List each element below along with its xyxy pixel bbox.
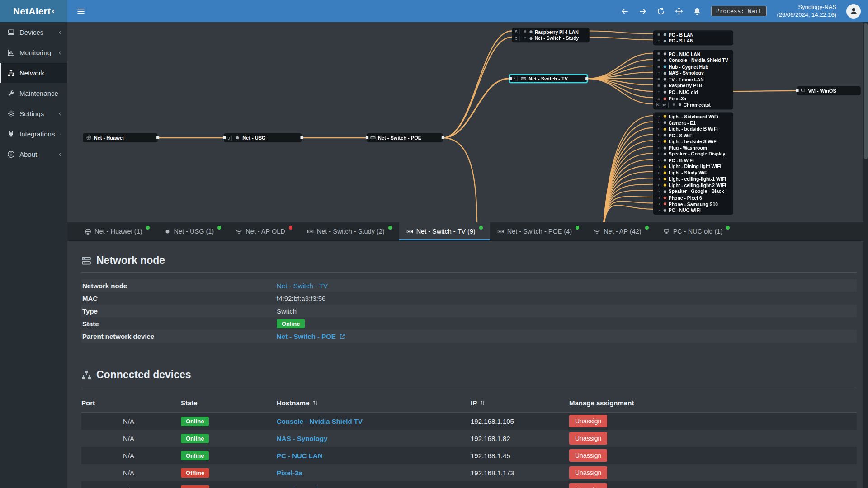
diagram-device-pixel-3a[interactable]: ≡Pixel-3a — [653, 95, 734, 102]
diagram-device-hub-cygnet-hub[interactable]: ≡Hub - Cygnet Hub — [653, 64, 734, 70]
diagram-node-net-switch-tv[interactable]: 4Net - Switch - TV — [509, 74, 588, 83]
diagram-node-net-usg[interactable]: 3Net - USG — [224, 133, 302, 142]
tab-net-switch-tv-9[interactable]: Net - Switch - TV (9) — [399, 222, 490, 240]
diagram-device-plug-washroom[interactable]: ≈Plug - Washroom — [653, 145, 734, 151]
diagram-node-net-huawei[interactable]: Net - Huawei — [83, 133, 157, 142]
hostname-link[interactable]: Raspberry Pi B — [277, 486, 326, 488]
detail-label: MAC — [81, 295, 277, 302]
tab-net-usg-1[interactable]: Net - USG (1) — [157, 222, 229, 240]
diagram-device-pc-b-wifi[interactable]: ≈PC - B WiFi — [653, 157, 734, 164]
sidebar-item-monitoring[interactable]: Monitoring — [0, 42, 67, 63]
network-node-link[interactable]: Net - Switch - TV — [277, 282, 328, 290]
lan-icon: ≡ — [656, 96, 661, 101]
vertical-scrollbar[interactable] — [863, 22, 868, 488]
wifi-icon: ≈ — [656, 158, 661, 163]
state-cell: Online — [181, 451, 277, 460]
diagram-device-light-dining-light-wifi[interactable]: ≈Light - Dining light WiFi — [653, 164, 734, 170]
sidebar-item-label: Integrations — [19, 130, 55, 138]
diagram-device-light-bedside-b-wifi[interactable]: ≈Light - bedside B WiFi — [653, 126, 734, 132]
tab-pc-nuc-old-1[interactable]: PC - NUC old (1) — [656, 222, 737, 240]
menu-toggle-button[interactable] — [76, 7, 85, 16]
scrollbar-thumb[interactable] — [864, 23, 868, 159]
diagram-device-light-sideboard-wifi[interactable]: ≈Light - Sideboard WiFi — [653, 113, 734, 120]
hostname-link[interactable]: Console - Nvidia Shield TV — [277, 418, 363, 425]
connector-dot — [365, 136, 368, 139]
bulb-icon — [664, 128, 666, 131]
diagram-node-vm-winos[interactable]: VM - WinOS — [797, 86, 861, 95]
diagram-device-tv-frame-lan[interactable]: ≡TV - Frame LAN — [653, 76, 734, 83]
device-label: NAS - Synology — [669, 70, 704, 76]
node-tabs: Net - Huawei (1)Net - USG (1)Net - AP OL… — [67, 222, 868, 241]
sidebar-item-network[interactable]: Network — [0, 63, 67, 83]
diagram-device-speaker-google-black[interactable]: ≈Speaker - Google - Black — [653, 188, 734, 195]
parent-device-link[interactable]: Net - Switch - POE — [277, 333, 336, 340]
sidebar-item-about[interactable]: About — [0, 144, 67, 164]
sidebar-item-integrations[interactable]: Integrations — [0, 124, 67, 144]
diagram-device-phone-samsung-s10[interactable]: ≈Phone - Samsung S10 — [653, 201, 734, 207]
unassign-button[interactable]: Unassign — [569, 483, 607, 488]
diagram-device-pc-s-lan[interactable]: ≡PC - S LAN — [653, 38, 734, 44]
diagram-device-light-ceiling-light-2-wifi[interactable]: ≈Light - ceiling-light-2 WiFi — [653, 182, 734, 188]
sidebar-item-maintenance[interactable]: Maintenance — [0, 83, 67, 103]
server-icon — [81, 256, 91, 266]
port-count: 5 — [515, 29, 520, 34]
diagram-device-chromecast[interactable]: None≡Chromecast — [653, 102, 734, 108]
bell-icon[interactable] — [693, 7, 701, 15]
tab-net-huawei-1[interactable]: Net - Huawei (1) — [77, 222, 157, 240]
plug-icon — [664, 146, 666, 149]
hostname-link[interactable]: Pixel-3a — [277, 469, 302, 477]
unassign-button[interactable]: Unassign — [569, 449, 607, 462]
move-icon[interactable] — [675, 7, 683, 15]
ip-cell: 192.168.1.19 — [471, 486, 569, 488]
sort-icon[interactable] — [312, 400, 318, 406]
sidebar-item-settings[interactable]: Settings — [0, 103, 67, 124]
diagram-device-console-nvidia-shield-tv[interactable]: ≡Console - Nvidia Shield TV — [653, 57, 734, 64]
port-cell: N/A — [81, 418, 181, 425]
avatar[interactable] — [846, 4, 861, 19]
refresh-icon[interactable] — [657, 7, 665, 15]
diagram-device-light-ceiling-light-1-wifi[interactable]: ≈Light - ceiling-light-1 WiFi — [653, 176, 734, 182]
host-name: Synology-NAS — [777, 4, 836, 11]
tab-label: PC - NUC old (1) — [673, 228, 723, 235]
monitor-icon — [664, 40, 666, 42]
state-cell: Offline — [181, 468, 277, 478]
diagram-device-pc-nuc-wifi[interactable]: ≈PC - NUC WiFi — [653, 207, 734, 214]
hub-icon — [664, 66, 666, 68]
tab-net-switch-poe-4[interactable]: Net - Switch - POE (4) — [490, 222, 586, 240]
diagram-device-pc-b-lan[interactable]: ≡PC - B LAN — [653, 32, 734, 38]
diagram-device-net-switch-study[interactable]: 3≡Net - Switch - Study — [512, 35, 589, 42]
hostname-link[interactable]: NAS - Synology — [277, 435, 328, 442]
unassign-button[interactable]: Unassign — [569, 415, 607, 427]
detail-label: Type — [81, 307, 277, 315]
sidebar-item-devices[interactable]: Devices — [0, 22, 67, 42]
topology-edge — [590, 37, 653, 40]
tab-net-ap-42[interactable]: Net - AP (42) — [586, 222, 656, 240]
diagram-device-pc-s-wifi[interactable]: ≈PC - S WiFi — [653, 132, 734, 139]
diagram-device-raspberry-pi-4-lan[interactable]: 5≡Raspberry Pi 4 LAN — [512, 29, 589, 35]
unassign-button[interactable]: Unassign — [569, 466, 607, 479]
diagram-device-pc-nuc-lan[interactable]: ≡PC - NUC LAN — [653, 51, 734, 57]
unassign-button[interactable]: Unassign — [569, 432, 607, 445]
sort-icon[interactable] — [480, 400, 486, 406]
diagram-device-nas-synology[interactable]: ≡NAS - Synology — [653, 70, 734, 76]
bulb-icon — [664, 171, 666, 174]
laptop-icon — [7, 28, 15, 36]
back-arrow-icon[interactable] — [621, 7, 629, 15]
diagram-device-raspberry-pi-b[interactable]: ≡Raspberry Pi B — [653, 83, 734, 89]
diagram-group: ≈Light - Sideboard WiFi≈Camera - E1≈Ligh… — [653, 113, 734, 215]
chevron-left-icon — [57, 111, 63, 117]
forward-arrow-icon[interactable] — [639, 7, 647, 15]
diagram-node-net-switch-poe[interactable]: Net - Switch - POE — [367, 133, 443, 142]
tab-net-ap-old[interactable]: Net - AP OLD — [228, 222, 300, 240]
diagram-device-camera-e1[interactable]: ≈Camera - E1 — [653, 120, 734, 126]
diagram-device-pc-nuc-old[interactable]: ≡PC - NUC old — [653, 89, 734, 95]
manage-cell: Unassign — [569, 432, 857, 445]
diagram-device-phone-pixel-6[interactable]: ≈Phone - Pixel 6 — [653, 195, 734, 201]
diagram-device-light-bedside-s-wifi[interactable]: ≈Light - bedside S WiFi — [653, 138, 734, 145]
diagram-device-light-study-wifi[interactable]: ≈Light - Study WiFi — [653, 170, 734, 176]
table-row: N/AOfflinePixel-3a192.168.1.173Unassign — [81, 464, 857, 481]
tab-net-switch-study-2[interactable]: Net - Switch - Study (2) — [300, 222, 399, 240]
hostname-link[interactable]: PC - NUC LAN — [277, 452, 323, 460]
globe-icon — [86, 135, 92, 141]
diagram-device-speaker-google-display[interactable]: ≈Speaker - Google Display — [653, 151, 734, 157]
